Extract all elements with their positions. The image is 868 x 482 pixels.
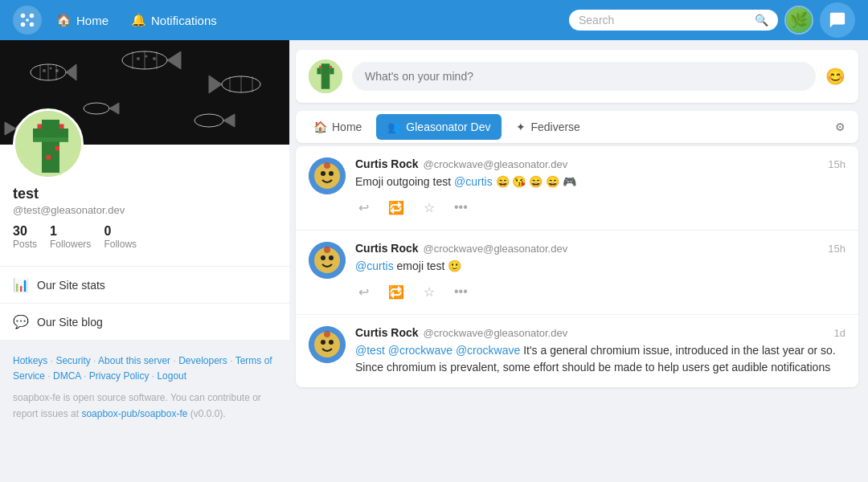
tab-home[interactable]: 🏠 Home — [302, 114, 373, 140]
filter-icon: ⚙ — [835, 120, 845, 133]
post-actions-0: ↩ 🔁 ☆ ••• — [355, 197, 845, 219]
footer-links: Hotkeys · Security · About this server ·… — [13, 353, 276, 384]
footer-security[interactable]: Security — [55, 355, 90, 366]
nav-home-label: Home — [76, 14, 108, 27]
post-body-0: Emoji outgoing test @curtis 😄 😘 😄 😄 🎮 — [355, 174, 845, 190]
footer-logout[interactable]: Logout — [157, 370, 186, 382]
footer-about[interactable]: About this server — [98, 355, 170, 366]
footer-privacy[interactable]: Privacy Policy — [89, 370, 149, 382]
more-button-0[interactable]: ••• — [451, 197, 471, 219]
search-icon: 🔍 — [755, 14, 768, 27]
svg-rect-34 — [42, 120, 59, 146]
feed-tabs: 🏠 Home 👥 Gleasonator Dev ✦ Fediverse ⚙ — [296, 111, 858, 143]
tab-fediverse-label: Fediverse — [530, 120, 579, 133]
table-row: Curtis Rock @crockwave@gleasonator.dev 1… — [296, 231, 858, 315]
svg-point-32 — [153, 57, 156, 60]
post-time-1: 15h — [828, 243, 845, 255]
search-input[interactable] — [579, 14, 748, 27]
composer-avatar — [309, 59, 342, 93]
tab-home-label: Home — [332, 120, 362, 133]
sidebar-footer: Hotkeys · Security · About this server ·… — [0, 341, 289, 435]
emoji-button[interactable]: 😊 — [825, 67, 845, 86]
post-time-0: 15h — [828, 158, 845, 170]
post-header-1: Curtis Rock @crockwave@gleasonator.dev 1… — [355, 242, 845, 255]
composer-avatar-svg — [309, 59, 342, 93]
post-actions-1: ↩ 🔁 ☆ ••• — [355, 281, 845, 303]
search-bar[interactable]: 🔍 — [569, 10, 778, 31]
mention-1[interactable]: @curtis — [355, 259, 394, 272]
profile-card: test @test@gleasonator.dev 30 Posts 1 Fo… — [0, 40, 289, 341]
stat-followers[interactable]: 1 Followers — [50, 224, 91, 250]
filter-button[interactable]: ⚙ — [829, 114, 852, 140]
reply-button-1[interactable]: ↩ — [355, 281, 372, 303]
footer-hotkeys[interactable]: Hotkeys — [13, 355, 47, 366]
footer-developers[interactable]: Developers — [178, 355, 227, 366]
more-button-1[interactable]: ••• — [451, 281, 471, 303]
post-avatar-1[interactable] — [309, 242, 346, 279]
sidebar-item-site-blog[interactable]: 💬 Our Site blog — [0, 304, 289, 341]
top-navigation: 🏠 Home 🔔 Notifications 🔍 🌿 — [0, 0, 868, 40]
profile-info: test @test@gleasonator.dev 30 Posts 1 Fo… — [0, 179, 289, 259]
mention-2b[interactable]: @crockwave — [388, 344, 452, 357]
stat-follows[interactable]: 0 Follows — [104, 224, 137, 250]
svg-point-3 — [30, 22, 35, 27]
posts-container: Curtis Rock @crockwave@gleasonator.dev 1… — [296, 146, 858, 387]
post-header-left-2: Curtis Rock @crockwave@gleasonator.dev — [355, 326, 567, 339]
chat-button[interactable] — [820, 2, 855, 38]
tab-gleasonator[interactable]: 👥 Gleasonator Dev — [376, 114, 502, 140]
logo-button[interactable] — [13, 6, 42, 35]
tab-fediverse[interactable]: ✦ Fediverse — [505, 114, 591, 140]
post-header-2: Curtis Rock @crockwave@gleasonator.dev 1… — [355, 326, 845, 339]
svg-point-31 — [145, 55, 148, 58]
profile-name: test — [13, 186, 276, 202]
stat-posts-label: Posts — [13, 239, 37, 250]
table-row: Curtis Rock @crockwave@gleasonator.dev 1… — [296, 146, 858, 231]
repost-button-0[interactable]: 🔁 — [385, 197, 407, 219]
tab-fediverse-icon: ✦ — [516, 120, 526, 133]
post-author-1: Curtis Rock — [355, 242, 419, 255]
reply-button-0[interactable]: ↩ — [355, 197, 372, 219]
profile-stats: 30 Posts 1 Followers 0 Follows — [13, 224, 276, 250]
post-handle-2: @crockwave@gleasonator.dev — [424, 327, 568, 339]
repost-button-1[interactable]: 🔁 — [385, 281, 407, 303]
mention-0[interactable]: @curtis — [454, 175, 493, 188]
mention-2c[interactable]: @crockwave — [456, 344, 520, 357]
svg-point-1 — [30, 14, 35, 18]
mention-2a[interactable]: @test — [355, 344, 385, 357]
nav-avatar[interactable]: 🌿 — [784, 6, 813, 35]
tab-gleasonator-icon: 👥 — [387, 120, 401, 133]
svg-rect-41 — [47, 155, 51, 160]
svg-point-2 — [21, 22, 26, 27]
post-avatar-0[interactable] — [309, 157, 346, 194]
post-header-left-1: Curtis Rock @crockwave@gleasonator.dev — [355, 242, 567, 255]
footer-oss-text: soapbox-fe is open source software. You … — [13, 390, 276, 421]
svg-rect-44 — [321, 63, 330, 76]
svg-rect-47 — [321, 76, 330, 89]
svg-point-27 — [43, 69, 46, 72]
svg-rect-45 — [317, 68, 321, 75]
post-avatar-2[interactable] — [309, 326, 346, 363]
crockwave-avatar-1 — [309, 242, 346, 279]
post-author-2: Curtis Rock — [355, 326, 419, 339]
svg-point-30 — [137, 57, 140, 60]
svg-point-54 — [324, 162, 330, 169]
post-handle-0: @crockwave@gleasonator.dev — [424, 158, 568, 170]
composer-input[interactable] — [352, 62, 816, 91]
favorite-button-1[interactable]: ☆ — [420, 281, 438, 303]
chart-bar-icon: 📊 — [13, 277, 29, 292]
site-stats-label: Our Site stats — [37, 279, 105, 292]
stat-follows-count: 0 — [104, 224, 137, 239]
post-header-left-0: Curtis Rock @crockwave@gleasonator.dev — [355, 157, 567, 170]
svg-point-4 — [26, 18, 29, 22]
footer-dmca[interactable]: DMCA — [53, 370, 81, 382]
footer-oss-link[interactable]: soapbox-pub/soapbox-fe — [81, 408, 187, 419]
sidebar-item-site-stats[interactable]: 📊 Our Site stats — [0, 267, 289, 304]
post-content-1: Curtis Rock @crockwave@gleasonator.dev 1… — [355, 242, 845, 303]
blog-icon: 💬 — [13, 314, 29, 329]
profile-handle: @test@gleasonator.dev — [13, 204, 276, 216]
post-header-0: Curtis Rock @crockwave@gleasonator.dev 1… — [355, 157, 845, 170]
nav-notifications[interactable]: 🔔 Notifications — [123, 8, 225, 32]
favorite-button-0[interactable]: ☆ — [420, 197, 438, 219]
post-body-1: @curtis emoji test 🙂 — [355, 258, 845, 275]
nav-home[interactable]: 🏠 Home — [48, 8, 117, 32]
